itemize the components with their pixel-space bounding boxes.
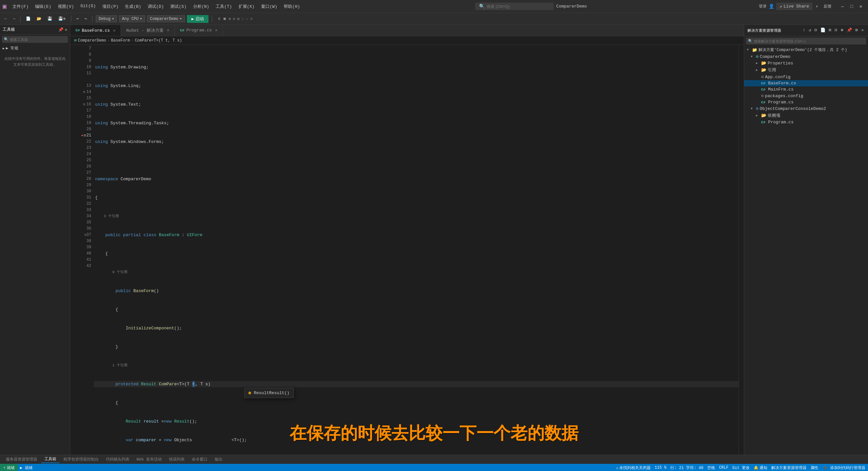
status-encoding[interactable]: CRLF (717, 466, 731, 470)
tree-comparer-demo[interactable]: ▼ ⚙ ComparerDemo (744, 53, 868, 60)
menu-window[interactable]: 窗口(W) (258, 2, 280, 11)
menu-test[interactable]: 测试(S) (167, 2, 190, 11)
open-button[interactable]: 📂 (35, 16, 43, 22)
menu-edit[interactable]: 编辑(E) (32, 2, 54, 11)
project-dropdown[interactable]: ComparerDemo ▾ (147, 16, 185, 22)
tab-basefrom-close[interactable]: ✕ (113, 28, 115, 33)
status-git-changes[interactable]: Git 更改 (731, 465, 752, 471)
tab-program-close[interactable]: ✕ (215, 28, 217, 33)
save-button[interactable]: 💾 (45, 16, 54, 22)
live-share-button[interactable]: ↗ Live Share (776, 3, 812, 10)
extensions-icon[interactable]: ⚡ (814, 4, 819, 9)
tree-deps[interactable]: ▶ 📂 依赖项 (744, 112, 868, 119)
tree-packages-icon: ⚙ (761, 93, 764, 98)
menu-debug[interactable]: 调试(D) (145, 2, 167, 11)
tab-codelens[interactable]: 代码镜头列表 (103, 456, 133, 463)
tab-nuget[interactable]: NuGet - 解决方案 ✕ (121, 25, 175, 36)
se-collapse-icon[interactable]: ⊟ (813, 27, 818, 34)
menu-help[interactable]: 帮助(H) (280, 2, 303, 11)
se-show-files-icon[interactable]: 📄 (819, 27, 827, 34)
tree-packages-label: packages.config (765, 93, 803, 98)
config-dropdown[interactable]: Debug ▾ (96, 16, 117, 22)
breadcrumb-part3[interactable]: ComPare<T>(T t, T s) (135, 38, 182, 43)
tree-references[interactable]: ▶ 📂 引用 (744, 66, 868, 73)
tab-output[interactable]: 输出 (212, 456, 226, 463)
status-zoom[interactable]: 115 % (653, 466, 668, 470)
menu-tools[interactable]: 工具(T) (212, 2, 235, 11)
feedback-button[interactable]: 反馈 (822, 4, 833, 9)
code-editor[interactable]: 7 8 9 10 11 13 ⊟14 15 ⊟16 17 18 19 20 ●⊟… (70, 45, 744, 454)
menu-view[interactable]: 视图(V) (55, 2, 77, 11)
status-line-col[interactable]: 行: 21 字符: 40 (668, 465, 705, 471)
tab-web-publish[interactable]: Web 发布活动 (133, 456, 165, 463)
se-close-icon[interactable]: ✕ (860, 27, 865, 34)
menu-file[interactable]: 文件(F) (9, 2, 32, 11)
se-pin-icon[interactable]: 📌 (846, 27, 853, 34)
status-properties[interactable]: 属性 (808, 465, 820, 471)
status-indent[interactable]: 空格 (705, 465, 717, 471)
se-sync-icon[interactable]: ↕ (802, 27, 807, 34)
se-git-icon[interactable]: ⊡ (834, 27, 838, 34)
autocomplete-text[interactable]: ResultResult() (254, 390, 289, 396)
se-refresh-icon[interactable]: ↺ (808, 27, 812, 34)
status-notifications[interactable]: 🔔 通知 (752, 465, 769, 471)
save-all-button[interactable]: 💾⊕ (56, 16, 67, 22)
status-git-branch[interactable]: ⚡ 就绪 (0, 464, 18, 471)
toolbox-search[interactable] (10, 38, 66, 41)
tree-appconfig[interactable]: ⚙ App.config (744, 73, 868, 80)
tree-baseform-label: BaseForm.cs (768, 81, 796, 86)
login-button[interactable]: 登录 (759, 4, 767, 9)
tree-baseform[interactable]: C# BaseForm.cs (744, 80, 868, 86)
menu-build[interactable]: 生成(B) (122, 2, 144, 11)
tree-console-demo[interactable]: ▼ ⚙ ObjectComparerConsoleDemo2 (744, 105, 868, 112)
tree-program-cs[interactable]: C# Program.cs (744, 99, 868, 105)
redo-button[interactable]: ↪ (83, 16, 89, 22)
line-num-27: 27 (87, 170, 91, 176)
titlebar-search[interactable] (487, 4, 546, 9)
tree-mainfrm[interactable]: C# MainFrm.cs (744, 86, 868, 93)
platform-dropdown[interactable]: Any CPU ▾ (119, 16, 145, 22)
menu-project[interactable]: 项目(P) (99, 2, 122, 11)
solution-search-input[interactable] (754, 39, 864, 43)
se-filter-icon[interactable]: ⊞ (828, 27, 832, 34)
toolbox-pin-icon[interactable]: 📌 (58, 27, 63, 32)
se-add-icon[interactable]: + (840, 27, 845, 34)
line-num-9: 9 (89, 58, 91, 64)
breadcrumb-part1[interactable]: ComparerDemo (78, 38, 106, 43)
toolbar-extra-buttons[interactable]: ⏸ ⏹ ⊞ ⊟ ⊠ ↕ ↔ ≡ (215, 16, 255, 22)
tab-error-list[interactable]: 错误列表 (166, 456, 188, 463)
tab-basefrom[interactable]: C# BaseForm.cs ✕ (70, 25, 121, 36)
status-ready[interactable]: ▶ 就绪 (18, 465, 34, 471)
menu-analyze[interactable]: 分析(N) (190, 2, 212, 11)
start-button[interactable]: ▶ 启动 (187, 15, 209, 23)
minimize-button[interactable]: — (838, 2, 847, 11)
close-button[interactable]: ✕ (856, 2, 865, 11)
tab-server-explorer[interactable]: 服务器资源管理器 (3, 456, 40, 463)
tab-nuget-close[interactable]: ✕ (167, 28, 169, 33)
new-file-button[interactable]: 📄 (24, 16, 33, 22)
toolbox-section-expand[interactable]: ▶ (3, 47, 5, 50)
menu-git[interactable]: Git(G) (77, 2, 99, 11)
status-solution-explorer-btn[interactable]: 解决方案资源管理器 (769, 465, 808, 471)
tree-packages[interactable]: ⚙ packages.config (744, 93, 868, 99)
breadcrumb-sep2: › (131, 38, 133, 43)
tab-toolbox[interactable]: 工具箱 (41, 455, 60, 463)
status-add-code[interactable]: ➕ 添加到代码行管理器 (820, 465, 868, 471)
tab-package-manager[interactable]: 程序包管理器控制台 (60, 456, 102, 463)
tab-program[interactable]: C# Program.cs ✕ (175, 25, 223, 36)
breadcrumb-part2[interactable]: BaseForm (111, 38, 130, 43)
tree-properties[interactable]: ▶ 📂 Properties (744, 60, 868, 66)
undo-button[interactable]: ↩ (74, 16, 81, 22)
toolbox-close-icon[interactable]: ✕ (65, 27, 67, 32)
se-expand-icon[interactable]: ⊞ (854, 27, 859, 34)
code-content[interactable]: using System.Drawing; using System.Linq;… (94, 45, 739, 454)
tree-root[interactable]: ▼ 📁 解决方案'ComparerDemo'(2 个项目，共 2 个) (744, 47, 868, 53)
maximize-button[interactable]: □ (847, 2, 856, 11)
forward-button[interactable]: → (11, 16, 17, 22)
tree-program-cs2[interactable]: C# Program.cs (744, 119, 868, 125)
tree-properties-label: Properties (768, 61, 793, 66)
menu-extensions[interactable]: 扩展(X) (235, 2, 258, 11)
status-error-warning[interactable]: ⚠ 未找到相关关闭题 (614, 465, 653, 471)
back-button[interactable]: ← (3, 16, 9, 22)
tab-command[interactable]: 命令窗口 (189, 456, 211, 463)
